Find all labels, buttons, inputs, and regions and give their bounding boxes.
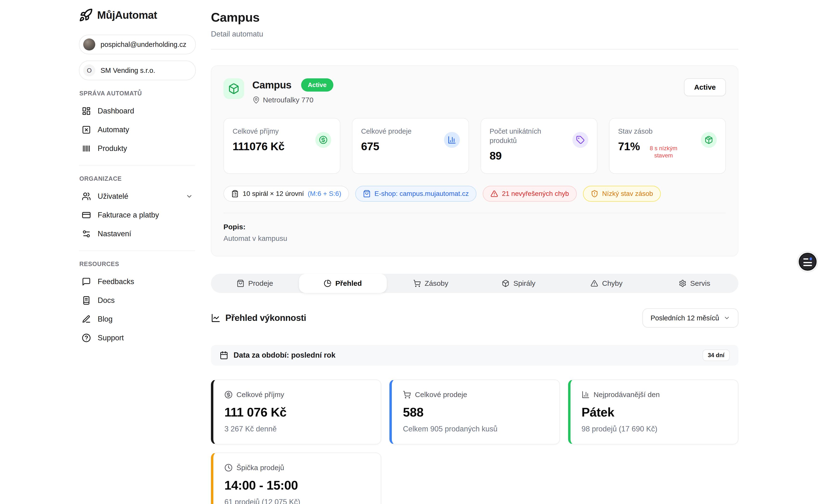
- kpi-value: 588: [403, 405, 548, 419]
- kpi-value: 111 076 Kč: [224, 405, 370, 419]
- kpi-grid: Celkové příjmy 111 076 Kč 3 267 Kč denně…: [211, 380, 738, 504]
- sliders-icon: [82, 229, 91, 238]
- stat-card-stock: Stav zásob 71% 8 s nízkým stavem: [609, 118, 726, 174]
- low-stock-warning: 8 s nízkým stavem: [644, 145, 683, 159]
- overview-divider: [223, 213, 726, 213]
- sidebar-item-label: Uživatelé: [98, 192, 128, 201]
- users-icon: [82, 192, 91, 201]
- stat-value: 89: [490, 149, 502, 162]
- kpi-label: Nejprodávanější den: [594, 391, 660, 399]
- status-toggle-button[interactable]: Active: [684, 78, 726, 96]
- sidebar-item-nastaveni[interactable]: Nastavení: [79, 224, 196, 243]
- sidebar-item-produkty[interactable]: Produkty: [79, 139, 196, 158]
- shield-alert-icon: [591, 190, 598, 198]
- barcode-icon: [82, 144, 91, 153]
- kpi-subtext: 3 267 Kč denně: [224, 425, 370, 433]
- sidebar-item-label: Produkty: [98, 144, 127, 153]
- sidebar: MůjAutomat pospichal@underholding.cz O S…: [0, 0, 198, 504]
- sidebar-item-uzivatele[interactable]: Uživatelé: [79, 187, 196, 206]
- sidebar-divider: [79, 165, 195, 166]
- bar-chart-icon: [582, 391, 590, 399]
- tab-prodeje[interactable]: Prodeje: [211, 274, 299, 293]
- docs-icon: [82, 296, 91, 305]
- chevron-down-icon: [186, 193, 193, 200]
- tab-chyby[interactable]: Chyby: [563, 274, 651, 293]
- stat-value: 111076 Kč: [232, 140, 284, 153]
- shopping-bag-icon: [237, 280, 244, 287]
- sidebar-item-automaty[interactable]: Automaty: [79, 120, 196, 139]
- sidebar-item-label: Nastavení: [98, 230, 131, 238]
- kpi-value: 14:00 - 15:00: [224, 478, 370, 492]
- tag-icon: [573, 132, 588, 148]
- tab-zasoby[interactable]: Zásoby: [387, 274, 475, 293]
- eshop-chip-text: E-shop: campus.mujautomat.cz: [374, 190, 469, 198]
- floating-widget-button[interactable]: [799, 253, 817, 271]
- stat-card-products: Počet unikátních produktů 89: [481, 118, 598, 174]
- period-text: Data za období: poslední rok: [233, 351, 335, 360]
- tab-label: Servis: [690, 279, 710, 287]
- machine-box-icon: [82, 125, 91, 134]
- tab-servis[interactable]: Servis: [651, 274, 739, 293]
- spirals-chip-text: 10 spirál × 12 úrovní: [243, 190, 304, 198]
- brand-name: MůjAutomat: [97, 9, 157, 21]
- kpi-card-revenue: Celkové příjmy 111 076 Kč 3 267 Kč denně: [211, 380, 381, 444]
- dollar-circle-icon: [315, 132, 331, 148]
- machine-location: Netroufalky 770: [263, 96, 313, 104]
- date-range-select[interactable]: Posledních 12 měsíců: [642, 308, 738, 328]
- brand-logo: MůjAutomat: [79, 8, 196, 22]
- kpi-label: Celkové příjmy: [236, 391, 284, 399]
- fab-line: [803, 265, 812, 266]
- cube-icon: [228, 83, 239, 94]
- help-circle-icon: [82, 333, 91, 342]
- eshop-link-chip[interactable]: E-shop: campus.mujautomat.cz: [355, 186, 477, 202]
- errors-chip: 21 nevyřešených chyb: [483, 186, 577, 202]
- stat-value: 71%: [618, 140, 640, 153]
- spirals-chip-detail: (M:6 + S:6): [308, 190, 341, 198]
- line-chart-icon: [211, 313, 220, 323]
- calendar-icon: [220, 351, 228, 360]
- machine-stats-row: Celkové příjmy 111076 Kč Celkové prodeje…: [223, 118, 726, 174]
- sidebar-item-docs[interactable]: Docs: [79, 291, 196, 310]
- pen-icon: [82, 315, 91, 324]
- header-divider: [211, 49, 738, 50]
- sidebar-section-machines: SPRÁVA AUTOMATŮ: [79, 90, 196, 97]
- tab-prehled[interactable]: Přehled: [299, 274, 387, 293]
- stat-label: Počet unikátních produktů: [490, 127, 562, 145]
- organization-pill[interactable]: O SM Vending s.r.o.: [79, 61, 196, 80]
- user-avatar: [83, 38, 95, 50]
- fab-line: [803, 258, 808, 260]
- kpi-label: Špička prodejů: [236, 464, 284, 472]
- app-window: MůjAutomat pospichal@underholding.cz O S…: [0, 0, 818, 504]
- credit-card-icon: [82, 211, 91, 220]
- kpi-subtext: 61 prodejů (12 075 Kč): [224, 498, 370, 504]
- sidebar-section-organization: ORGANIZACE: [79, 175, 196, 182]
- period-days-badge: 34 dní: [703, 349, 730, 361]
- stat-label: Celkové prodeje: [361, 127, 412, 136]
- sidebar-item-fakturace[interactable]: Fakturace a platby: [79, 206, 196, 224]
- sidebar-item-label: Blog: [98, 315, 113, 324]
- sidebar-item-feedbacks[interactable]: Feedbacks: [79, 272, 196, 291]
- sidebar-item-dashboard[interactable]: Dashboard: [79, 102, 196, 120]
- sidebar-item-label: Feedbacks: [98, 277, 134, 286]
- errors-chip-text: 21 nevyřešených chyb: [502, 190, 569, 198]
- dashboard-icon: [82, 106, 91, 116]
- sidebar-item-label: Support: [98, 334, 124, 342]
- tab-label: Spirály: [513, 279, 536, 287]
- clock-icon: [224, 464, 232, 472]
- stat-label: Celkové příjmy: [232, 127, 284, 136]
- tab-label: Chyby: [602, 279, 623, 287]
- fab-notification-dot: [810, 257, 812, 260]
- user-account-pill[interactable]: pospichal@underholding.cz: [79, 35, 196, 54]
- warning-triangle-icon: [491, 190, 498, 198]
- sidebar-item-support[interactable]: Support: [79, 329, 196, 347]
- sidebar-item-blog[interactable]: Blog: [79, 310, 196, 329]
- tab-spiraly[interactable]: Spirály: [475, 274, 563, 293]
- description-label: Popis:: [223, 223, 726, 231]
- low-stock-chip: Nízký stav zásob: [583, 186, 661, 202]
- gear-icon: [679, 280, 686, 287]
- rocket-icon: [79, 8, 93, 22]
- tab-label: Prodeje: [248, 279, 273, 287]
- cart-icon: [413, 280, 421, 287]
- pie-chart-icon: [324, 280, 331, 287]
- sidebar-divider: [79, 250, 195, 251]
